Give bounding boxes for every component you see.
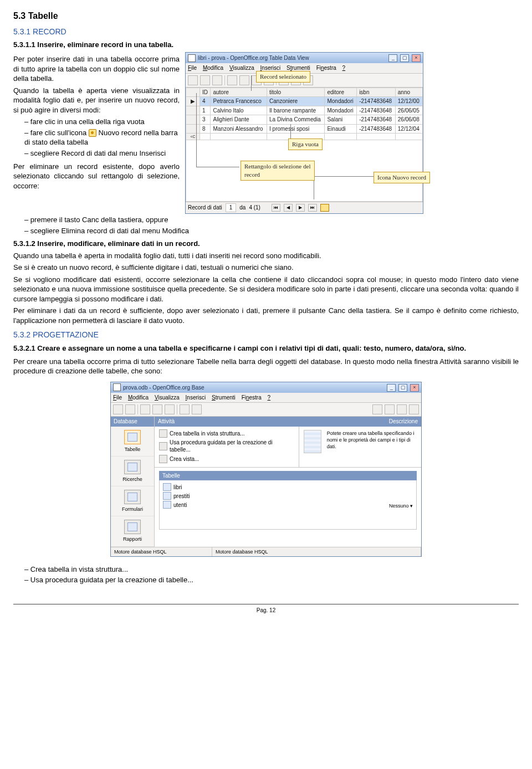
toolbar-button[interactable] [180,404,190,414]
description-panel: Potete creare una tabella specificando i… [299,427,421,467]
view-mode-dropdown[interactable]: Nessuno ▾ [389,503,413,509]
toolbar-button[interactable] [239,75,249,85]
app-icon [113,383,121,391]
minimize-button[interactable]: _ [388,54,397,62]
new-record-icon [89,129,96,137]
row-selector[interactable] [186,115,200,125]
maximize-button[interactable]: ▢ [400,54,409,62]
close-button[interactable]: × [412,54,421,62]
toolbar-button[interactable] [192,404,202,414]
col-header[interactable]: autore [211,88,267,97]
list-item: scegliere Record di dati dal menu Inseri… [24,148,180,158]
table-icon [163,492,171,500]
menu-item[interactable]: ? [268,394,271,401]
reports-icon [124,520,141,534]
row-selector[interactable]: <C [186,134,200,140]
col-header[interactable]: titolo [267,88,325,97]
window-title: prova.odb - OpenOffice.org Base [123,384,386,392]
table-list-item[interactable]: prestiti [163,491,389,500]
activity-item[interactable]: Crea tabella in vista struttura... [159,429,294,438]
menu-item[interactable]: ? [342,65,346,71]
paragraph: Per eliminare un record esistente, dopo … [13,162,180,191]
record-nav-bar: Record di dati 1 da 4 (1) ⏮ ◀ ▶ ⏭ [186,202,423,213]
activity-icon [159,455,167,463]
toolbar-button[interactable] [140,404,150,414]
maximize-button[interactable]: ▢ [398,384,407,392]
col-header[interactable]: isbn [357,88,396,97]
record-current[interactable]: 1 [226,203,237,212]
sidebar-item-tabelle[interactable]: Tabelle [111,427,154,457]
topic-title: 5.3.2.1 Creare e assegnare un nome a una… [13,344,519,353]
statusbar: Motore database HSQL Motore database HSQ… [111,547,421,556]
menu-item[interactable]: File [113,394,122,401]
toolbar-button[interactable] [188,75,198,85]
toolbar-button[interactable] [113,404,123,414]
paragraph: Se si è creato un nuovo record, è suffic… [13,263,519,273]
menu-item[interactable]: Visualizza [229,65,254,71]
table-row[interactable]: ▶ 4Petrarca FrancescoCanzoniereMondadori… [186,97,423,106]
menu-item[interactable]: Modifica [128,394,149,401]
minimize-button[interactable]: _ [387,384,396,392]
col-header[interactable]: ID [200,88,211,97]
callout-rettangolo-selezione: Rettangolo di selezione del record [241,161,315,181]
sidebar-header: Database [111,417,154,427]
sidebar-item-ricerche[interactable]: Ricerche [111,457,154,486]
col-header[interactable]: anno [395,88,422,97]
app-icon [188,54,196,62]
nav-first-button[interactable]: ⏮ [272,204,280,212]
sidebar-item-formulari[interactable]: Formulari [111,486,154,516]
status-left: Motore database HSQL [111,547,212,556]
menu-item[interactable]: Modifica [203,65,223,71]
record-total: 4 (1) [249,204,260,212]
activity-item[interactable]: Usa procedura guidata per la creazione d… [159,438,294,454]
nav-last-button[interactable]: ⏭ [308,204,317,212]
table-row[interactable]: 8Manzoni AlessandroI promessi sposiEinau… [186,124,423,134]
subsection-title: 5.3.2 PROGETTAZIONE [13,330,519,340]
activity-list: Crea tabella in vista struttura... Usa p… [155,427,299,467]
sidebar: Database Tabelle Ricerche Formulari Rapp… [111,417,155,546]
window-titlebar: prova.odb - OpenOffice.org Base _ ▢ × [111,382,421,393]
queries-icon [124,460,141,474]
toolbar-button[interactable] [200,75,210,85]
activity-icon [159,429,167,438]
toolbar-button[interactable] [152,404,162,414]
menu-item[interactable]: Finestra [242,394,262,401]
toolbar-button[interactable] [212,75,222,85]
table-row[interactable]: 1Calvino ItaloIl barone rampanteMondador… [186,106,423,115]
toolbar-button[interactable] [125,404,135,414]
toolbar-button[interactable] [165,404,175,414]
toolbar-button[interactable] [409,404,419,414]
subsection-title: 5.3.1 RECORD [13,27,519,37]
menu-item[interactable]: Visualizza [155,394,180,401]
toolbar-button[interactable] [372,404,382,414]
toolbar-button[interactable] [385,404,395,414]
paragraph: Per eliminare i dati da un record è suff… [13,306,519,325]
paragraph: Quando la tabella è aperta viene visuali… [13,86,180,115]
table-row[interactable]: 3Alighieri DanteLa Divina CommediaSalani… [186,115,423,125]
menu-item[interactable]: Strumenti [212,394,236,401]
table-list-item[interactable]: utenti [163,500,389,509]
row-selector[interactable]: ▶ [186,97,200,106]
tables-icon [124,430,141,444]
toolbar-button[interactable] [227,75,237,85]
menubar[interactable]: File Modifica Visualizza Inserisci Strum… [111,393,421,403]
forms-icon [124,490,141,504]
new-record-button[interactable] [320,204,329,212]
close-button[interactable]: × [410,384,419,392]
nav-next-button[interactable]: ▶ [296,204,305,212]
menu-item[interactable]: Inserisci [186,394,206,401]
tables-list: libri prestiti utenti Nessuno ▾ [159,480,417,530]
menu-item[interactable]: Finestra [316,65,336,71]
row-selector[interactable] [186,106,200,115]
row-selector[interactable] [186,124,200,134]
table-list-item[interactable]: libri [163,483,389,491]
col-header[interactable]: editore [325,88,357,97]
menu-item[interactable]: Strumenti [287,65,310,71]
menu-item[interactable]: File [188,65,197,71]
menu-item[interactable]: Inserisci [260,65,281,71]
toolbar-button[interactable] [397,404,407,414]
activity-item[interactable]: Crea vista... [159,454,294,464]
nav-prev-button[interactable]: ◀ [284,204,293,212]
base-window: prova.odb - OpenOffice.org Base _ ▢ × Fi… [110,382,422,557]
sidebar-item-rapporti[interactable]: Rapporti [111,516,154,546]
